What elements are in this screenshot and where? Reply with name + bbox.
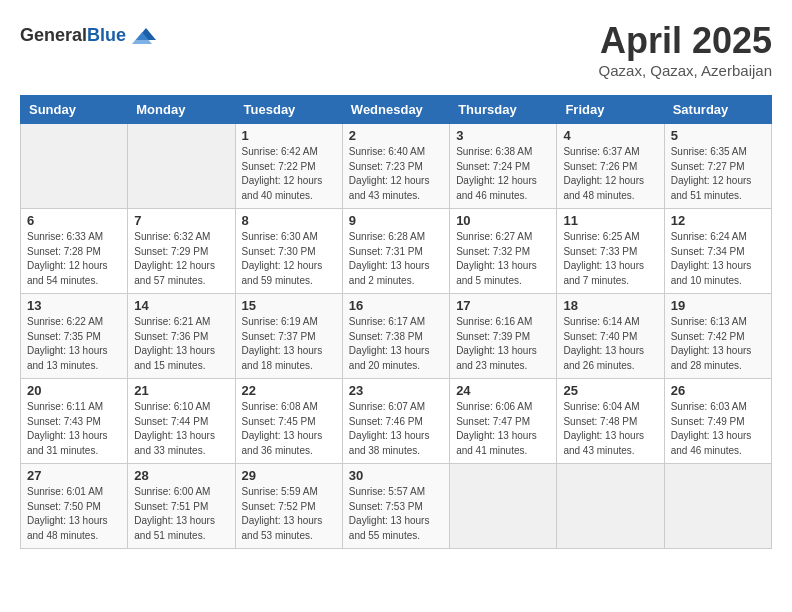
day-number: 7 [134,213,228,228]
day-number: 22 [242,383,336,398]
calendar-day-cell: 6Sunrise: 6:33 AMSunset: 7:28 PMDaylight… [21,209,128,294]
day-number: 25 [563,383,657,398]
day-number: 4 [563,128,657,143]
day-number: 12 [671,213,765,228]
day-info: Sunrise: 6:38 AMSunset: 7:24 PMDaylight:… [456,145,550,203]
calendar-day-cell: 23Sunrise: 6:07 AMSunset: 7:46 PMDayligh… [342,379,449,464]
day-info: Sunrise: 6:32 AMSunset: 7:29 PMDaylight:… [134,230,228,288]
day-number: 2 [349,128,443,143]
day-number: 20 [27,383,121,398]
day-number: 1 [242,128,336,143]
calendar-week-row: 20Sunrise: 6:11 AMSunset: 7:43 PMDayligh… [21,379,772,464]
day-number: 16 [349,298,443,313]
day-number: 21 [134,383,228,398]
calendar-day-cell: 24Sunrise: 6:06 AMSunset: 7:47 PMDayligh… [450,379,557,464]
day-number: 8 [242,213,336,228]
calendar-day-cell [21,124,128,209]
calendar-day-cell: 4Sunrise: 6:37 AMSunset: 7:26 PMDaylight… [557,124,664,209]
month-year: April 2025 [599,20,772,62]
day-info: Sunrise: 6:04 AMSunset: 7:48 PMDaylight:… [563,400,657,458]
weekday-header: Friday [557,96,664,124]
day-number: 15 [242,298,336,313]
calendar-day-cell [450,464,557,549]
day-number: 28 [134,468,228,483]
day-info: Sunrise: 5:59 AMSunset: 7:52 PMDaylight:… [242,485,336,543]
weekday-header: Monday [128,96,235,124]
day-number: 29 [242,468,336,483]
calendar-day-cell: 27Sunrise: 6:01 AMSunset: 7:50 PMDayligh… [21,464,128,549]
day-info: Sunrise: 6:28 AMSunset: 7:31 PMDaylight:… [349,230,443,288]
logo-blue: Blue [87,25,126,45]
logo: GeneralBlue [20,20,158,50]
day-number: 19 [671,298,765,313]
calendar-day-cell: 25Sunrise: 6:04 AMSunset: 7:48 PMDayligh… [557,379,664,464]
calendar-day-cell: 26Sunrise: 6:03 AMSunset: 7:49 PMDayligh… [664,379,771,464]
day-info: Sunrise: 6:22 AMSunset: 7:35 PMDaylight:… [27,315,121,373]
day-info: Sunrise: 6:03 AMSunset: 7:49 PMDaylight:… [671,400,765,458]
weekday-header: Sunday [21,96,128,124]
calendar-day-cell: 17Sunrise: 6:16 AMSunset: 7:39 PMDayligh… [450,294,557,379]
location: Qazax, Qazax, Azerbaijan [599,62,772,79]
calendar-day-cell: 10Sunrise: 6:27 AMSunset: 7:32 PMDayligh… [450,209,557,294]
logo-general: General [20,25,87,45]
calendar-day-cell: 11Sunrise: 6:25 AMSunset: 7:33 PMDayligh… [557,209,664,294]
calendar-week-row: 27Sunrise: 6:01 AMSunset: 7:50 PMDayligh… [21,464,772,549]
calendar-day-cell: 12Sunrise: 6:24 AMSunset: 7:34 PMDayligh… [664,209,771,294]
day-number: 30 [349,468,443,483]
calendar-day-cell: 19Sunrise: 6:13 AMSunset: 7:42 PMDayligh… [664,294,771,379]
day-number: 17 [456,298,550,313]
weekday-header-row: SundayMondayTuesdayWednesdayThursdayFrid… [21,96,772,124]
day-info: Sunrise: 6:40 AMSunset: 7:23 PMDaylight:… [349,145,443,203]
day-info: Sunrise: 6:33 AMSunset: 7:28 PMDaylight:… [27,230,121,288]
day-number: 5 [671,128,765,143]
day-info: Sunrise: 6:10 AMSunset: 7:44 PMDaylight:… [134,400,228,458]
calendar-day-cell: 29Sunrise: 5:59 AMSunset: 7:52 PMDayligh… [235,464,342,549]
day-info: Sunrise: 6:27 AMSunset: 7:32 PMDaylight:… [456,230,550,288]
day-number: 26 [671,383,765,398]
day-info: Sunrise: 6:13 AMSunset: 7:42 PMDaylight:… [671,315,765,373]
day-info: Sunrise: 6:21 AMSunset: 7:36 PMDaylight:… [134,315,228,373]
calendar-day-cell [128,124,235,209]
day-number: 9 [349,213,443,228]
day-info: Sunrise: 6:37 AMSunset: 7:26 PMDaylight:… [563,145,657,203]
title-block: April 2025 Qazax, Qazax, Azerbaijan [599,20,772,79]
weekday-header: Tuesday [235,96,342,124]
day-info: Sunrise: 6:30 AMSunset: 7:30 PMDaylight:… [242,230,336,288]
calendar-day-cell: 7Sunrise: 6:32 AMSunset: 7:29 PMDaylight… [128,209,235,294]
day-info: Sunrise: 6:11 AMSunset: 7:43 PMDaylight:… [27,400,121,458]
day-info: Sunrise: 6:19 AMSunset: 7:37 PMDaylight:… [242,315,336,373]
day-number: 11 [563,213,657,228]
day-number: 24 [456,383,550,398]
calendar-day-cell: 28Sunrise: 6:00 AMSunset: 7:51 PMDayligh… [128,464,235,549]
calendar-day-cell [664,464,771,549]
calendar-day-cell: 20Sunrise: 6:11 AMSunset: 7:43 PMDayligh… [21,379,128,464]
page-header: GeneralBlue April 2025 Qazax, Qazax, Aze… [20,20,772,79]
day-info: Sunrise: 6:24 AMSunset: 7:34 PMDaylight:… [671,230,765,288]
calendar-day-cell: 14Sunrise: 6:21 AMSunset: 7:36 PMDayligh… [128,294,235,379]
calendar-day-cell [557,464,664,549]
day-number: 6 [27,213,121,228]
calendar-day-cell: 15Sunrise: 6:19 AMSunset: 7:37 PMDayligh… [235,294,342,379]
day-info: Sunrise: 6:25 AMSunset: 7:33 PMDaylight:… [563,230,657,288]
day-number: 23 [349,383,443,398]
day-info: Sunrise: 6:01 AMSunset: 7:50 PMDaylight:… [27,485,121,543]
calendar-day-cell: 13Sunrise: 6:22 AMSunset: 7:35 PMDayligh… [21,294,128,379]
calendar-day-cell: 3Sunrise: 6:38 AMSunset: 7:24 PMDaylight… [450,124,557,209]
day-info: Sunrise: 6:00 AMSunset: 7:51 PMDaylight:… [134,485,228,543]
logo-icon [128,20,158,50]
calendar-day-cell: 2Sunrise: 6:40 AMSunset: 7:23 PMDaylight… [342,124,449,209]
weekday-header: Wednesday [342,96,449,124]
day-info: Sunrise: 6:16 AMSunset: 7:39 PMDaylight:… [456,315,550,373]
calendar-day-cell: 16Sunrise: 6:17 AMSunset: 7:38 PMDayligh… [342,294,449,379]
logo-text: GeneralBlue [20,25,126,46]
day-number: 13 [27,298,121,313]
day-info: Sunrise: 6:17 AMSunset: 7:38 PMDaylight:… [349,315,443,373]
weekday-header: Thursday [450,96,557,124]
day-number: 27 [27,468,121,483]
calendar-day-cell: 5Sunrise: 6:35 AMSunset: 7:27 PMDaylight… [664,124,771,209]
day-info: Sunrise: 6:07 AMSunset: 7:46 PMDaylight:… [349,400,443,458]
calendar-day-cell: 18Sunrise: 6:14 AMSunset: 7:40 PMDayligh… [557,294,664,379]
calendar-day-cell: 22Sunrise: 6:08 AMSunset: 7:45 PMDayligh… [235,379,342,464]
day-info: Sunrise: 6:08 AMSunset: 7:45 PMDaylight:… [242,400,336,458]
calendar-week-row: 13Sunrise: 6:22 AMSunset: 7:35 PMDayligh… [21,294,772,379]
